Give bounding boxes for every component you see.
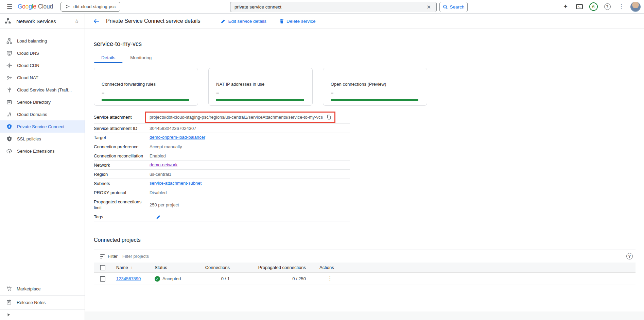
red-annotation-box: projects/dbt-cloud-staging-psc/regions/u… <box>145 112 335 123</box>
load-balancing-icon <box>6 38 12 44</box>
connected-projects-panel: Filter Filter projects ? Name ↑ Status C… <box>94 250 636 285</box>
sidebar-item-cloud-service-mesh[interactable]: Cloud Service Mesh (Traff... <box>0 84 85 96</box>
service-directory-icon <box>6 99 12 105</box>
search-button[interactable]: Search <box>439 2 468 12</box>
cloud-nat-icon <box>6 74 12 81</box>
service-details-list: Service attachment projects/dbt-cloud-st… <box>94 111 350 221</box>
sidebar-item-cloud-cdn[interactable]: Cloud CDN <box>0 59 85 71</box>
tab-bar: Details Monitoring <box>94 55 636 63</box>
project-link[interactable]: 1234567890 <box>116 276 141 281</box>
card-nat-ip-addresses: NAT IP addresses in use – <box>208 68 313 106</box>
sidebar-item-service-directory[interactable]: Service Directory <box>0 96 85 108</box>
sidebar-item-cloud-nat[interactable]: Cloud NAT <box>0 71 85 84</box>
page-header: Private Service Connect service details … <box>85 14 644 29</box>
detail-row-service-attachment-id: Service attachment ID 304459304236702430… <box>94 124 350 133</box>
help-icon[interactable]: ? <box>603 2 612 12</box>
release-notes-icon <box>6 299 12 306</box>
service-attachment-path: projects/dbt-cloud-staging-psc/regions/u… <box>150 114 323 120</box>
edit-tags-button[interactable] <box>156 214 161 220</box>
tab-details[interactable]: Details <box>94 55 123 63</box>
hamburger-menu-icon[interactable]: ☰ <box>3 1 16 13</box>
green-bar <box>216 99 304 101</box>
filter-icon <box>100 254 105 258</box>
select-all-checkbox[interactable] <box>100 265 105 270</box>
stat-cards: Connected forwarding rules – NAT IP addr… <box>94 68 636 106</box>
service-extensions-icon <box>6 148 12 154</box>
sidebar-item-cloud-domains[interactable]: Cloud Domains <box>0 108 85 120</box>
table-help-icon[interactable]: ? <box>626 253 633 259</box>
cloud-dns-icon <box>6 50 12 56</box>
page-title: Private Service Connect service details <box>106 18 200 24</box>
trash-icon <box>279 19 284 24</box>
detail-row-connection-preference: Connection preference Accept manually <box>94 142 350 151</box>
sidebar-item-cloud-dns[interactable]: Cloud DNS <box>0 47 85 59</box>
google-cloud-logo[interactable]: Google Cloud <box>18 3 53 10</box>
project-name: dbt-cloud-staging-psc <box>73 4 116 9</box>
ssl-policies-icon <box>6 136 12 142</box>
cloud-wordmark: Cloud <box>38 3 53 10</box>
sidebar-item-ssl-policies[interactable]: SSL policies <box>0 133 85 145</box>
favorite-star-icon[interactable]: ☆ <box>74 18 79 24</box>
product-header: Network Services ☆ <box>0 14 85 29</box>
connected-projects-title: Connected projects <box>94 237 636 243</box>
pencil-icon <box>156 215 161 219</box>
delete-service-button[interactable]: Delete service <box>279 19 316 24</box>
network-services-icon <box>4 18 11 24</box>
user-avatar[interactable] <box>630 2 641 12</box>
row-checkbox[interactable] <box>100 276 105 282</box>
search-icon <box>443 4 448 10</box>
search-input[interactable]: private service connect ✕ <box>230 2 437 12</box>
back-arrow-icon[interactable] <box>92 17 100 25</box>
cloud-shell-icon[interactable]: ›_ <box>575 2 584 12</box>
more-options-icon[interactable]: ⋮ <box>616 2 626 12</box>
accepted-check-icon: ✓ <box>155 276 160 282</box>
cloud-cdn-icon <box>6 62 12 68</box>
collapse-left-icon <box>5 312 11 318</box>
detail-row-proxy-protocol: PROXY protocol Disabled <box>94 188 350 197</box>
target-link[interactable]: demo-onprem-load-balancer <box>150 135 205 140</box>
card-open-connections: Open connections (Preview) – <box>323 68 427 106</box>
row-actions-icon[interactable]: ⋮ <box>327 275 333 282</box>
top-bar: ☰ Google Cloud dbt-cloud-staging-psc pri… <box>0 0 644 14</box>
connections-count: 0 / 1 <box>196 276 230 281</box>
detail-row-network: Network demo-network <box>94 161 350 170</box>
notifications-badge[interactable]: 6 <box>589 2 598 12</box>
marketplace-icon <box>6 286 12 292</box>
collapse-sidebar-button[interactable] <box>0 309 85 320</box>
filter-projects-input[interactable]: Filter projects <box>122 254 626 259</box>
gemini-spark-icon[interactable]: ✦ <box>561 2 570 12</box>
detail-row-subnets: Subnets service-attachment-subnet <box>94 179 350 188</box>
main-content: service-to-my-vcs Details Monitoring Con… <box>85 29 644 320</box>
sort-ascending-icon[interactable]: ↑ <box>131 265 133 270</box>
sidebar-item-service-extensions[interactable]: Service Extensions <box>0 145 85 157</box>
detail-row-service-attachment: Service attachment projects/dbt-cloud-st… <box>94 111 350 124</box>
tab-monitoring[interactable]: Monitoring <box>123 55 159 63</box>
copy-icon[interactable] <box>326 115 331 120</box>
private-service-connect-icon <box>6 123 12 130</box>
pencil-icon <box>221 19 226 24</box>
edit-service-button[interactable]: Edit service details <box>221 19 266 24</box>
sidebar-item-release-notes[interactable]: Release Notes <box>0 296 85 309</box>
filter-bar: Filter Filter projects ? <box>94 250 636 263</box>
content-bottom-strip <box>85 311 644 320</box>
table-header: Name ↑ Status Connections Propagated con… <box>94 263 636 273</box>
cloud-service-mesh-icon <box>6 87 12 93</box>
sidebar-item-private-service-connect[interactable]: Private Service Connect <box>0 120 85 133</box>
clear-search-icon[interactable]: ✕ <box>425 4 432 10</box>
project-selector[interactable]: dbt-cloud-staging-psc <box>60 2 120 12</box>
detail-row-region: Region us-central1 <box>94 170 350 179</box>
detail-row-connection-reconciliation: Connection reconciliation Enabled <box>94 151 350 161</box>
detail-row-tags: Tags – <box>94 212 350 221</box>
propagated-connections-count: 0 / 250 <box>230 276 306 281</box>
cloud-domains-icon <box>6 111 12 117</box>
detail-row-propagated-connections-limit: Propagated connections limit 250 per pro… <box>94 197 350 212</box>
service-name-title: service-to-my-vcs <box>94 40 636 48</box>
card-connected-forwarding-rules: Connected forwarding rules – <box>94 68 198 106</box>
green-bar <box>102 99 189 101</box>
subnet-link[interactable]: service-attachment-subnet <box>150 181 202 186</box>
topbar-icons: ✦ ›_ 6 ? ⋮ <box>561 2 641 12</box>
sub-header: Network Services ☆ Private Service Conne… <box>0 14 644 29</box>
sidebar-item-marketplace[interactable]: Marketplace <box>0 282 85 296</box>
network-link[interactable]: demo-network <box>150 162 177 168</box>
sidebar-item-load-balancing[interactable]: Load balancing <box>0 35 85 47</box>
